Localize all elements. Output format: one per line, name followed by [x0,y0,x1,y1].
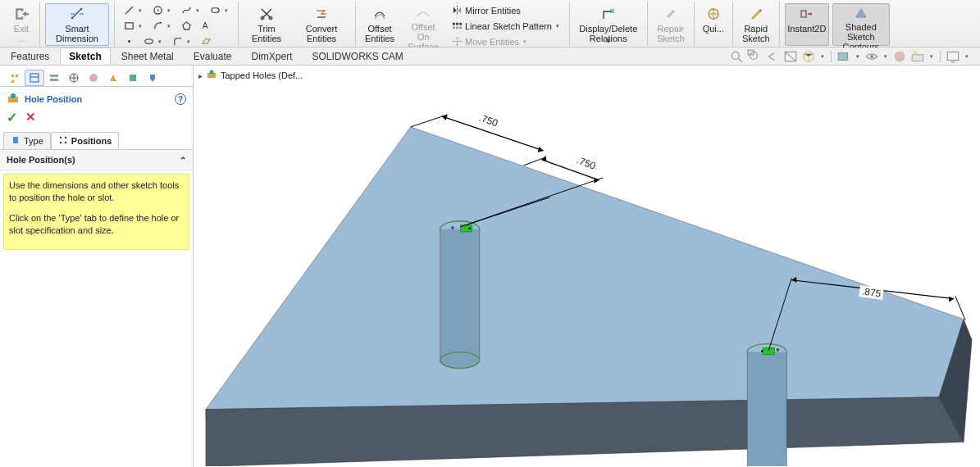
chevron-down-icon[interactable]: ▾ [819,53,826,60]
plane-button[interactable] [197,34,215,48]
polygon-button[interactable] [177,19,195,33]
convert-entities-button[interactable]: Convert Entities [293,3,350,46]
offset-on-surface-button[interactable]: Offset On Surface [402,3,444,46]
chevron-down-icon[interactable]: ▾ [882,53,889,60]
repair-sketch-button[interactable]: Repair Sketch [653,3,689,46]
arc-button[interactable]: ▾ [148,19,175,33]
hole1-cylinder [440,229,480,369]
pm-section-header[interactable]: Hole Position(s) ⌃ [0,150,193,170]
chevron-down-icon: ▾ [194,7,201,14]
subtab-type[interactable]: Type [3,132,51,149]
line-button[interactable]: ▾ [120,3,147,17]
point-button[interactable] [120,34,138,48]
quick-snaps-icon [705,6,722,22]
svg-rect-18 [610,9,614,13]
linear-pattern-button[interactable]: Linear Sketch Pattern ▾ [448,19,564,33]
svg-rect-36 [130,75,136,81]
instant2d-button[interactable]: Instant2D [785,3,829,46]
tab-solidworks-cam[interactable]: SOLIDWORKS CAM [303,48,412,65]
hole2-sketch-point[interactable]: * [761,347,780,356]
pm-help-box: Use the dimensions and other sketch tool… [3,174,189,250]
spline-button[interactable]: ▾ [177,3,204,17]
view-settings-icon[interactable] [946,49,960,64]
svg-point-41 [65,137,66,138]
spline-icon [180,5,192,16]
view-orientation-icon[interactable] [801,49,816,64]
svg-rect-32 [50,75,58,77]
text-button[interactable]: A [197,19,215,33]
quick-snaps-button[interactable]: Qui... [700,3,727,46]
rapid-sketch-icon [748,6,764,22]
ellipse-button[interactable]: ▾ [139,34,166,48]
rectangle-button[interactable]: ▾ [120,19,147,33]
trim-entities-button[interactable]: Trim Entities [244,3,289,46]
fm-tab-cam-tools[interactable] [143,70,162,86]
separator [831,51,832,62]
svg-rect-49 [763,348,774,355]
cancel-button[interactable]: ✕ [25,110,36,125]
chevron-down-icon[interactable]: ▾ [964,53,970,60]
fm-tab-configuration-manager[interactable] [44,70,64,86]
svg-point-42 [60,142,62,143]
zoom-to-fit-icon[interactable] [729,49,744,64]
smart-dimension-button[interactable]: Smart Dimension [45,3,109,46]
edit-appearance-icon[interactable] [892,49,907,64]
help-icon[interactable]: ? [175,93,186,105]
line-icon [123,5,134,16]
section-view-icon[interactable] [783,49,798,64]
fillet-button[interactable]: ▾ [168,34,195,48]
chevron-down-icon[interactable]: ▾ [928,53,935,60]
subtab-positions[interactable]: Positions [51,132,120,149]
offset-icon [371,6,388,22]
svg-point-50 [761,350,763,352]
rapid-sketch-button[interactable]: Rapid Sketch [738,3,774,46]
svg-rect-20 [801,11,806,17]
mirror-entities-button[interactable]: Mirror Entities [448,3,564,17]
display-delete-relations-button[interactable]: Display/Delete Relations ▾ [575,3,642,46]
graphics-area[interactable]: ▸ Tapped Holes (Def... * [194,66,980,467]
chevron-down-icon[interactable]: ▾ [855,53,861,60]
tab-dimxpert[interactable]: DimXpert [242,48,301,65]
fm-tab-feature-tree[interactable] [5,70,25,86]
shaded-sketch-contours-button[interactable]: Shaded Sketch Contours [832,3,890,46]
convert-label: Convert Entities [295,24,348,43]
chevron-down-icon: ▾ [166,7,172,14]
pm-help-paragraph-2: Click on the 'Type' tab to define the ho… [9,212,184,237]
chevron-down-icon: ▾ [137,7,144,14]
offset-entities-button[interactable]: Offset Entities [361,3,399,46]
plane-icon [200,36,212,48]
move-entities-button[interactable]: Move Entities ▾ [448,34,564,48]
tab-evaluate[interactable]: Evaluate [185,48,241,65]
previous-view-icon[interactable] [765,49,780,64]
svg-rect-4 [211,8,218,13]
polygon-icon [180,20,192,32]
tab-sketch[interactable]: Sketch [60,48,110,65]
svg-point-21 [732,52,739,59]
apply-scene-icon[interactable] [910,49,925,64]
circle-button[interactable]: ▾ [148,3,175,17]
tab-features[interactable]: Features [2,48,58,65]
fm-tab-cam-ops[interactable] [123,70,143,86]
instant2d-label: Instant2D [787,24,826,34]
fm-tab-display-manager[interactable] [84,70,103,86]
linear-pattern-label: Linear Sketch Pattern [465,21,552,31]
tab-sheet-metal[interactable]: Sheet Metal [112,48,183,65]
fm-tab-dimxpert-manager[interactable] [64,70,84,86]
svg-rect-14 [459,23,462,25]
exit-sketch-button[interactable]: Exit ... [8,3,34,46]
ok-button[interactable]: ✓ [7,110,17,125]
pm-help-paragraph-1: Use the dimensions and other sketch tool… [9,179,184,204]
fm-tab-cam-manager[interactable] [103,70,123,86]
linear-pattern-icon [451,20,463,32]
fm-tab-property-manager[interactable] [25,70,44,86]
svg-point-3 [157,10,158,11]
svg-point-26 [870,55,874,59]
pm-title-bar: Hole Position ? [0,87,193,108]
hide-show-icon[interactable] [864,49,879,64]
slot-button[interactable]: ▾ [206,3,233,17]
chevron-down-icon: ▾ [554,23,561,29]
pm-confirm-row: ✓ ✕ [0,108,193,130]
display-style-icon[interactable] [836,49,851,64]
zoom-area-icon[interactable] [747,49,762,64]
smart-dimension-label: Smart Dimension [48,24,107,43]
